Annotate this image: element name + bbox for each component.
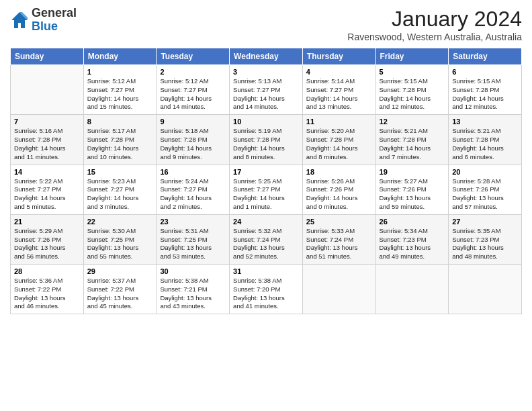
cell-date-number: 13 <box>452 118 518 126</box>
calendar-cell: 3Sunrise: 5:13 AM Sunset: 7:27 PM Daylig… <box>230 65 303 115</box>
calendar-cell: 19Sunrise: 5:27 AM Sunset: 7:26 PM Dayli… <box>375 165 449 214</box>
calendar-cell: 10Sunrise: 5:19 AM Sunset: 7:28 PM Dayli… <box>230 115 303 165</box>
cell-info: Sunrise: 5:15 AM Sunset: 7:28 PM Dayligh… <box>380 77 445 111</box>
day-header-thursday: Thursday <box>302 48 375 65</box>
calendar-cell: 9Sunrise: 5:18 AM Sunset: 7:28 PM Daylig… <box>157 115 230 165</box>
cell-date-number: 7 <box>14 118 80 126</box>
cell-info: Sunrise: 5:21 AM Sunset: 7:28 PM Dayligh… <box>452 127 518 161</box>
calendar-cell <box>375 265 449 314</box>
cell-info: Sunrise: 5:35 AM Sunset: 7:23 PM Dayligh… <box>452 227 518 261</box>
cell-date-number: 21 <box>14 218 80 226</box>
week-row-3: 14Sunrise: 5:22 AM Sunset: 7:27 PM Dayli… <box>11 165 522 214</box>
cell-info: Sunrise: 5:38 AM Sunset: 7:21 PM Dayligh… <box>160 277 226 311</box>
cell-info: Sunrise: 5:30 AM Sunset: 7:25 PM Dayligh… <box>87 227 153 261</box>
calendar-cell: 31Sunrise: 5:38 AM Sunset: 7:20 PM Dayli… <box>230 265 303 314</box>
location: Ravenswood, Western Australia, Australia <box>347 32 522 42</box>
cell-date-number: 14 <box>14 168 80 176</box>
calendar-cell: 14Sunrise: 5:22 AM Sunset: 7:27 PM Dayli… <box>11 165 84 214</box>
calendar-cell: 5Sunrise: 5:15 AM Sunset: 7:28 PM Daylig… <box>375 65 449 115</box>
calendar-cell: 29Sunrise: 5:37 AM Sunset: 7:22 PM Dayli… <box>83 265 157 314</box>
week-row-1: 1Sunrise: 5:12 AM Sunset: 7:27 PM Daylig… <box>11 65 522 115</box>
calendar-cell: 13Sunrise: 5:21 AM Sunset: 7:28 PM Dayli… <box>449 115 522 165</box>
cell-info: Sunrise: 5:31 AM Sunset: 7:25 PM Dayligh… <box>160 227 226 261</box>
cell-date-number: 2 <box>160 68 226 76</box>
calendar-cell: 22Sunrise: 5:30 AM Sunset: 7:25 PM Dayli… <box>83 214 157 264</box>
cell-date-number: 26 <box>380 218 445 226</box>
cell-info: Sunrise: 5:32 AM Sunset: 7:24 PM Dayligh… <box>233 227 299 261</box>
cell-date-number: 27 <box>452 218 518 226</box>
calendar-cell: 1Sunrise: 5:12 AM Sunset: 7:27 PM Daylig… <box>83 65 157 115</box>
cell-date-number: 24 <box>233 218 299 226</box>
cell-info: Sunrise: 5:14 AM Sunset: 7:27 PM Dayligh… <box>306 77 372 111</box>
cell-date-number: 29 <box>87 267 153 275</box>
calendar-cell: 27Sunrise: 5:35 AM Sunset: 7:23 PM Dayli… <box>449 214 522 264</box>
calendar-cell: 30Sunrise: 5:38 AM Sunset: 7:21 PM Dayli… <box>157 265 230 314</box>
cell-date-number: 11 <box>306 118 372 126</box>
day-header-saturday: Saturday <box>449 48 522 65</box>
calendar-cell: 4Sunrise: 5:14 AM Sunset: 7:27 PM Daylig… <box>302 65 375 115</box>
cell-info: Sunrise: 5:12 AM Sunset: 7:27 PM Dayligh… <box>87 77 153 111</box>
logo: General Blue <box>10 7 77 34</box>
cell-info: Sunrise: 5:28 AM Sunset: 7:26 PM Dayligh… <box>452 177 518 212</box>
calendar-cell: 25Sunrise: 5:33 AM Sunset: 7:24 PM Dayli… <box>302 214 375 264</box>
day-header-friday: Friday <box>375 48 449 65</box>
cell-date-number: 28 <box>14 267 80 275</box>
cell-date-number: 18 <box>306 168 372 176</box>
day-header-sunday: Sunday <box>11 48 84 65</box>
calendar-cell <box>449 265 522 314</box>
day-header-wednesday: Wednesday <box>230 48 303 65</box>
cell-info: Sunrise: 5:36 AM Sunset: 7:22 PM Dayligh… <box>14 277 80 311</box>
cell-date-number: 25 <box>306 218 372 226</box>
cell-date-number: 19 <box>380 168 445 176</box>
cell-date-number: 15 <box>87 168 153 176</box>
cell-info: Sunrise: 5:22 AM Sunset: 7:27 PM Dayligh… <box>14 177 80 212</box>
calendar-cell: 7Sunrise: 5:16 AM Sunset: 7:28 PM Daylig… <box>11 115 84 165</box>
month-year: January 2024 <box>347 7 522 32</box>
logo-icon <box>10 11 29 30</box>
cell-info: Sunrise: 5:24 AM Sunset: 7:27 PM Dayligh… <box>160 177 226 212</box>
cell-date-number: 8 <box>87 118 153 126</box>
svg-marker-0 <box>11 12 28 28</box>
cell-info: Sunrise: 5:13 AM Sunset: 7:27 PM Dayligh… <box>233 77 299 111</box>
cell-date-number: 23 <box>160 218 226 226</box>
header-row: SundayMondayTuesdayWednesdayThursdayFrid… <box>11 48 522 65</box>
cell-info: Sunrise: 5:38 AM Sunset: 7:20 PM Dayligh… <box>233 277 299 311</box>
cell-info: Sunrise: 5:34 AM Sunset: 7:23 PM Dayligh… <box>380 227 445 261</box>
calendar-cell: 23Sunrise: 5:31 AM Sunset: 7:25 PM Dayli… <box>157 214 230 264</box>
calendar-table: SundayMondayTuesdayWednesdayThursdayFrid… <box>10 48 522 314</box>
cell-info: Sunrise: 5:12 AM Sunset: 7:27 PM Dayligh… <box>160 77 226 111</box>
day-header-tuesday: Tuesday <box>157 48 230 65</box>
calendar-cell: 28Sunrise: 5:36 AM Sunset: 7:22 PM Dayli… <box>11 265 84 314</box>
cell-info: Sunrise: 5:19 AM Sunset: 7:28 PM Dayligh… <box>233 127 299 161</box>
day-header-monday: Monday <box>83 48 157 65</box>
cell-info: Sunrise: 5:17 AM Sunset: 7:28 PM Dayligh… <box>87 127 153 161</box>
calendar-cell: 6Sunrise: 5:15 AM Sunset: 7:28 PM Daylig… <box>449 65 522 115</box>
cell-date-number: 3 <box>233 68 299 76</box>
cell-date-number: 12 <box>380 118 445 126</box>
week-row-4: 21Sunrise: 5:29 AM Sunset: 7:26 PM Dayli… <box>11 214 522 264</box>
cell-info: Sunrise: 5:21 AM Sunset: 7:28 PM Dayligh… <box>380 127 445 161</box>
cell-date-number: 10 <box>233 118 299 126</box>
title-block: January 2024 Ravenswood, Western Austral… <box>347 7 522 42</box>
calendar-cell: 16Sunrise: 5:24 AM Sunset: 7:27 PM Dayli… <box>157 165 230 214</box>
calendar-cell: 21Sunrise: 5:29 AM Sunset: 7:26 PM Dayli… <box>11 214 84 264</box>
cell-date-number: 17 <box>233 168 299 176</box>
cell-info: Sunrise: 5:23 AM Sunset: 7:27 PM Dayligh… <box>87 177 153 212</box>
week-row-5: 28Sunrise: 5:36 AM Sunset: 7:22 PM Dayli… <box>11 265 522 314</box>
cell-info: Sunrise: 5:16 AM Sunset: 7:28 PM Dayligh… <box>14 127 80 161</box>
cell-date-number: 20 <box>452 168 518 176</box>
calendar-cell: 11Sunrise: 5:20 AM Sunset: 7:28 PM Dayli… <box>302 115 375 165</box>
cell-date-number: 1 <box>87 68 153 76</box>
cell-info: Sunrise: 5:29 AM Sunset: 7:26 PM Dayligh… <box>14 227 80 261</box>
cell-date-number: 5 <box>380 68 445 76</box>
cell-date-number: 9 <box>160 118 226 126</box>
cell-date-number: 4 <box>306 68 372 76</box>
calendar-cell: 26Sunrise: 5:34 AM Sunset: 7:23 PM Dayli… <box>375 214 449 264</box>
cell-date-number: 6 <box>452 68 518 76</box>
cell-info: Sunrise: 5:27 AM Sunset: 7:26 PM Dayligh… <box>380 177 445 212</box>
calendar-cell: 20Sunrise: 5:28 AM Sunset: 7:26 PM Dayli… <box>449 165 522 214</box>
cell-info: Sunrise: 5:33 AM Sunset: 7:24 PM Dayligh… <box>306 227 372 261</box>
calendar-cell: 24Sunrise: 5:32 AM Sunset: 7:24 PM Dayli… <box>230 214 303 264</box>
cell-date-number: 22 <box>87 218 153 226</box>
calendar-cell: 12Sunrise: 5:21 AM Sunset: 7:28 PM Dayli… <box>375 115 449 165</box>
